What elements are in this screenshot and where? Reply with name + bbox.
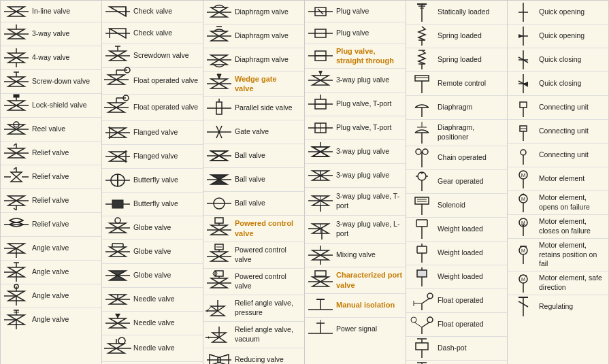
poweredcontrol3-symbol (206, 271, 232, 293)
needle3-label: Needle valve (133, 344, 175, 353)
list-item: Ball valve (203, 168, 304, 192)
springloaded1-symbol (409, 27, 435, 46)
list-item: Needle valve (102, 335, 203, 362)
list-item: Weight loaded (406, 218, 507, 242)
3wayplug3-symbol (308, 166, 333, 185)
gearop-symbol (409, 172, 435, 191)
svg-marker-280 (519, 34, 523, 38)
globe1-symbol (105, 218, 131, 237)
motorretain-label: Motor element, retains position on fail (539, 241, 606, 269)
list-item: Butterfly valve (102, 193, 203, 216)
list-item: Remote control (406, 72, 507, 96)
ball2-label: Ball valve (235, 175, 265, 184)
screwdown-valve-symbol (3, 72, 29, 91)
lockshield-valve-symbol (3, 96, 29, 115)
plug1-label: Plug valve (336, 7, 369, 16)
chainop-label: Chain operated (438, 153, 487, 163)
svg-rect-83 (112, 200, 123, 208)
springloaded2-symbol (409, 50, 435, 69)
relief2-label: Relief valve (32, 172, 69, 182)
springloaded1-label: Spring loaded (438, 31, 482, 41)
motoropen-symbol: M (510, 193, 536, 212)
svg-rect-219 (415, 76, 429, 81)
list-item: Statically loaded (406, 1, 507, 24)
springloaded2-label: Spring loaded (438, 55, 482, 65)
list-item: M Motor element, safe direction (508, 271, 608, 295)
list-item: Power signal (305, 318, 406, 341)
list-item: 3-way plug valve (305, 140, 406, 164)
list-item: 4-way valve (1, 46, 101, 70)
list-item: Powered control valve (203, 269, 304, 295)
list-item: Plug valve, T-port (305, 93, 406, 116)
column-3: Diaphragm valve Diaphragm valve Diaphrag… (203, 1, 305, 364)
motorsafe-label: Motor element, safe direction (539, 274, 606, 292)
list-item: In-line valve (1, 1, 101, 22)
globe2-label: Globe valve (133, 247, 171, 257)
reliefangle2-label: Relief angle valve, vacuum (235, 325, 301, 344)
remotecontrol-label: Remote control (438, 79, 486, 88)
diaphragmact-label: Diaphragm (438, 103, 472, 112)
floatop3-symbol (409, 291, 435, 310)
weightloaded3-label: Weight loaded (438, 272, 483, 282)
list-item: Characterized port valve (305, 267, 406, 294)
angle1-label: Angle valve (32, 244, 69, 253)
main-container: In-line valve 3-way valve 4-way valve Sc… (0, 0, 609, 364)
floatop2-symbol (105, 97, 131, 118)
butterfly1-label: Butterfly valve (133, 176, 178, 185)
solenoid-symbol (409, 196, 435, 215)
connectunit3-symbol (510, 146, 536, 165)
list-item: Check valve (102, 22, 203, 44)
list-item: Relief angle valve, vacuum (203, 322, 304, 348)
quickclose1-label: Quick closing (539, 55, 581, 65)
column-2: Check valve Check valve Screwdown valve (102, 1, 203, 364)
connectunit2-label: Connecting unit (539, 127, 589, 136)
svg-rect-202 (315, 271, 326, 276)
list-item: Diaphragm valve (203, 48, 304, 72)
remotecontrol-symbol (409, 74, 435, 93)
powersignal-label: Power signal (336, 325, 377, 334)
svg-point-228 (416, 149, 421, 154)
inline-valve-symbol (3, 3, 29, 20)
list-item: Connecting unit (508, 96, 608, 120)
list-item: Float operated valve (102, 95, 203, 121)
3wayplug3-label: 3-way plug valve (336, 171, 389, 180)
butterfly1-symbol (105, 171, 131, 190)
list-item: Needle valve (102, 288, 203, 312)
reel-valve-symbol (3, 120, 29, 139)
motoropen-label: Motor element, opens on failure (539, 193, 606, 212)
quickopen2-label: Quick opening (539, 31, 585, 41)
manualisolation-label: Manual isolation (336, 300, 395, 310)
svg-marker-117 (217, 74, 221, 79)
reducing1-symbol (206, 350, 232, 364)
list-item: Connecting unit (508, 120, 608, 144)
svg-marker-26 (11, 172, 22, 182)
reel-valve-label: Reel valve (32, 125, 65, 134)
quickopen1-label: Quick opening (539, 7, 585, 17)
list-item: Relief valve (1, 142, 101, 165)
butterfly2-label: Butterfly valve (133, 199, 178, 209)
list-item: Mixing valve (305, 244, 406, 267)
list-item: Plug valve, straight through (305, 44, 406, 69)
poweredcontrol2-symbol (206, 244, 232, 266)
ball3-label: Ball valve (235, 199, 265, 208)
diaphragm1-symbol (206, 3, 232, 22)
list-item: 3-way plug valve, T-port (305, 188, 406, 216)
list-item: Screwdown valve (102, 44, 203, 68)
plugstraight-label: Plug valve, straight through (336, 46, 403, 66)
quickclose2-label: Quick closing (539, 79, 581, 88)
list-item: Weight loaded (406, 265, 507, 289)
svg-point-229 (423, 149, 428, 154)
poweredcontrol3-label: Powered control valve (235, 272, 301, 291)
quickclose1-symbol (510, 50, 536, 69)
list-item: Gear operated (406, 170, 507, 194)
angle2-label: Angle valve (32, 267, 69, 277)
list-item: Plug valve (305, 1, 406, 22)
ball2-symbol (206, 170, 232, 189)
reliefangle1-label: Relief angle valve, pressure (235, 299, 301, 317)
list-item: Float operated valve (102, 68, 203, 95)
3wayplug1-label: 3-way plug valve (336, 76, 389, 85)
connectunit2-symbol (510, 122, 536, 141)
weightloaded2-label: Weight loaded (438, 248, 483, 258)
weightloaded1-label: Weight loaded (438, 225, 483, 234)
list-item: Diaphragm valve (203, 24, 304, 48)
